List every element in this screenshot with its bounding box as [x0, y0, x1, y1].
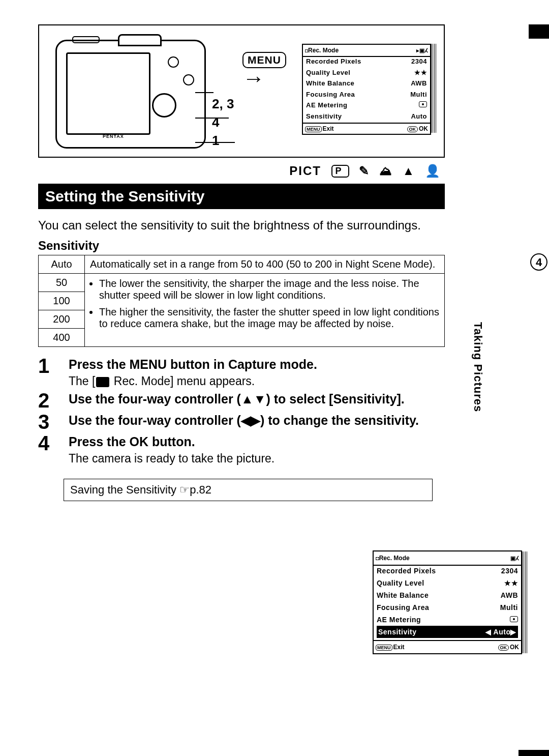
lcd-row: AE Metering	[377, 614, 518, 626]
lcd-row: White BalanceAWB	[377, 589, 518, 601]
page-number: 75	[518, 750, 549, 756]
pict-label: PICT	[289, 164, 321, 178]
lcd-row: Quality Level★★	[306, 67, 427, 78]
lcd2-menu-badge: MENU	[376, 645, 392, 651]
camera-brand: PENTAX	[103, 134, 124, 139]
lcd-row: Recorded Pixels2304	[306, 56, 427, 67]
mode-icons: ✎ ⛰ ▲ 👤	[359, 164, 444, 178]
step-4-title: Press the OK button.	[69, 433, 445, 450]
chapter-number-circle: 4	[530, 253, 547, 271]
lcd-page-shadow-icon	[431, 44, 437, 133]
table-50: 50	[39, 274, 85, 292]
table-200: 200	[39, 310, 85, 329]
step-3-number: 3	[38, 412, 58, 431]
p-mode-icon: P	[331, 165, 349, 178]
table-bullet-2: The higher the sensitivity, the faster t…	[99, 306, 439, 330]
lcd1-exit: Exit	[323, 125, 334, 132]
step-1-sub: The [ Rec. Mode] menu appears.	[69, 373, 445, 389]
mode-icons-row: PICT P ✎ ⛰ ▲ 👤	[38, 164, 444, 179]
sensitivity-subhead: Sensitivity	[38, 239, 445, 253]
lcd2-tabs-icon: ▣ⵃ	[510, 555, 519, 562]
sensitivity-table: Auto Automatically set in a range from 5…	[38, 255, 445, 347]
step-2-title: Use the four-way controller (▲▼) to sele…	[69, 391, 445, 407]
step-label-1: 1	[212, 131, 234, 150]
camera-icon	[96, 377, 109, 387]
step-2-number: 2	[38, 391, 58, 410]
lcd-row: Sensitivity◀ Auto▶	[377, 626, 518, 638]
table-400: 400	[39, 329, 85, 347]
lcd1-ok-badge: OK	[407, 126, 418, 132]
step-label-4: 4	[212, 113, 234, 131]
lcd-screen-steps: ◘Rec. Mode ▣ⵃ Recorded Pixels2304Quality…	[373, 550, 522, 654]
lcd1-menu-badge: MENU	[305, 126, 322, 132]
lcd1-tabs-icon: ▸▣ⵃ	[416, 47, 428, 54]
step-4-number: 4	[38, 433, 58, 466]
lcd-row: AE Metering	[306, 100, 427, 111]
step-1-title: Press the MENU button in Capture mode.	[69, 356, 445, 372]
section-header: Setting the Sensitivity	[38, 184, 445, 209]
step-label-2-3: 2, 3	[212, 95, 234, 113]
lcd-row: Focusing AreaMulti	[377, 601, 518, 614]
lcd-row: White BalanceAWB	[306, 78, 427, 89]
table-desc-block: The lower the sensitivity, the sharper t…	[85, 274, 445, 347]
table-100: 100	[39, 292, 85, 310]
table-auto-label: Auto	[39, 255, 85, 274]
step-3-title: Use the four-way controller (◀▶) to chan…	[69, 412, 445, 428]
chapter-title: Taking Pictures	[471, 322, 484, 412]
lcd2-ok-badge: OK	[498, 645, 509, 651]
lcd2-header: Rec. Mode	[379, 555, 410, 562]
diagram-box: PENTAX MENU → 2, 3 4 1 ◘Rec. Mode ▸▣ⵃ Re…	[38, 24, 445, 158]
step-1-number: 1	[38, 356, 58, 389]
lcd1-ok: OK	[419, 125, 428, 132]
intro-text: You can select the sensitivity to suit t…	[38, 217, 445, 234]
lcd-screen-diagram: ◘Rec. Mode ▸▣ⵃ Recorded Pixels2304Qualit…	[302, 44, 431, 135]
lcd-row: Focusing AreaMulti	[306, 89, 427, 100]
table-bullet-1: The lower the sensitivity, the sharper t…	[99, 278, 439, 301]
lcd2-page-shadow-icon	[522, 551, 528, 653]
step-4-sub: The camera is ready to take the picture.	[69, 451, 445, 466]
lcd-row: Quality Level★★	[377, 577, 518, 589]
lcd2-exit: Exit	[393, 644, 405, 651]
lcd-row: Recorded Pixels2304	[377, 565, 518, 577]
table-auto-desc: Automatically set in a range from 50 to …	[85, 255, 445, 274]
camera-graphic: PENTAX	[55, 40, 206, 149]
diagram-step-numbers: 2, 3 4 1	[212, 95, 234, 150]
lcd2-ok: OK	[510, 644, 519, 651]
arrow-right-icon: →	[242, 72, 265, 84]
reference-box: Saving the Sensitivity ☞p.82	[64, 479, 433, 501]
side-black-stripe	[529, 24, 549, 39]
lcd-row: SensitivityAuto	[306, 111, 427, 122]
lcd1-header: Rec. Mode	[308, 47, 339, 54]
